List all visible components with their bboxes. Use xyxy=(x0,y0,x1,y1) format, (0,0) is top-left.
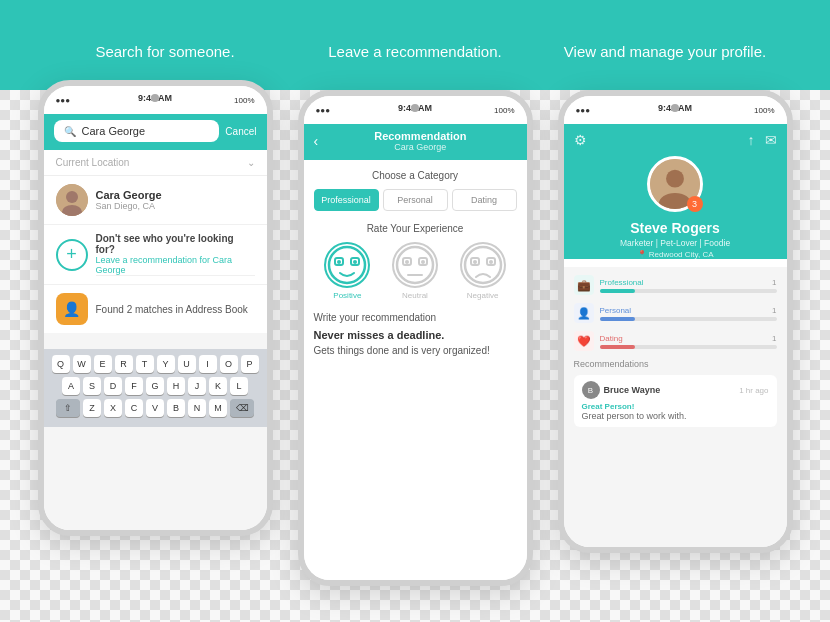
key-shift[interactable]: ⇧ xyxy=(56,399,80,417)
dating-bar-container: Dating 1 xyxy=(600,334,777,349)
emoji-positive-face xyxy=(324,242,370,288)
svg-point-8 xyxy=(397,247,433,283)
phone3-header: ⚙ ↑ ✉ 3 Steve xyxy=(564,124,787,259)
key-a[interactable]: A xyxy=(62,377,80,395)
mail-icon[interactable]: ✉ xyxy=(765,132,777,148)
emoji-neutral[interactable]: Neutral xyxy=(392,242,438,300)
key-i[interactable]: I xyxy=(199,355,217,373)
key-e[interactable]: E xyxy=(94,355,112,373)
key-n[interactable]: N xyxy=(188,399,206,417)
personal-bar-fill xyxy=(600,317,635,321)
professional-bar-container: Professional 1 xyxy=(600,278,777,293)
top-section: Search for someone. Leave a recommendati… xyxy=(0,0,830,90)
key-k[interactable]: K xyxy=(209,377,227,395)
key-g[interactable]: G xyxy=(146,377,164,395)
dating-text: Dating xyxy=(600,334,623,343)
key-v[interactable]: V xyxy=(146,399,164,417)
svg-point-12 xyxy=(405,260,409,264)
professional-icon: 💼 xyxy=(574,275,594,295)
emoji-rating-row: Positive xyxy=(314,242,517,300)
profile-badge: 3 xyxy=(687,196,703,212)
key-y[interactable]: Y xyxy=(157,355,175,373)
key-p[interactable]: P xyxy=(241,355,259,373)
professional-bar-bg xyxy=(600,289,777,293)
key-d[interactable]: D xyxy=(104,377,122,395)
search-icon: 🔍 xyxy=(64,126,76,137)
svg-point-1 xyxy=(66,191,78,203)
cat-btn-professional[interactable]: Professional xyxy=(314,189,379,211)
category-buttons: Professional Personal Dating xyxy=(314,189,517,211)
keyboard-row-3: ⇧ Z X C V B N M ⌫ xyxy=(48,399,263,417)
emoji-neutral-label: Neutral xyxy=(402,291,428,300)
search-result-cara[interactable]: Cara George San Diego, CA xyxy=(44,176,267,225)
stat-dating: ❤️ Dating 1 xyxy=(574,331,777,351)
location-text: Current Location xyxy=(56,157,130,168)
keyboard-row-2: A S D F G H J K L xyxy=(48,377,263,395)
profile-pic-container: 3 xyxy=(574,156,777,212)
key-c[interactable]: C xyxy=(125,399,143,417)
suggestion-link[interactable]: Leave a recommendation for Cara George xyxy=(96,255,255,275)
emoji-negative-label: Negative xyxy=(467,291,499,300)
phone1-signal: ●●● xyxy=(56,96,71,105)
write-rec-title: Write your recommendation xyxy=(314,312,517,323)
phone1-header: 🔍 Cara George Cancel xyxy=(44,114,267,150)
rec-body: Great person to work with. xyxy=(582,411,769,421)
recommendations-title: Recommendations xyxy=(574,359,777,369)
phone3-icons-row: ⚙ ↑ ✉ xyxy=(574,132,777,148)
main-container: Search for someone. Leave a recommendati… xyxy=(0,0,830,622)
label-search: Search for someone. xyxy=(40,43,290,60)
share-icon[interactable]: ↑ xyxy=(748,132,755,148)
key-backspace[interactable]: ⌫ xyxy=(230,399,254,417)
svg-point-6 xyxy=(337,260,341,264)
key-x[interactable]: X xyxy=(104,399,122,417)
personal-bar-bg xyxy=(600,317,777,321)
emoji-positive-label: Positive xyxy=(333,291,361,300)
search-bar[interactable]: 🔍 Cara George xyxy=(54,120,220,142)
settings-icon[interactable]: ⚙ xyxy=(574,132,587,148)
rec-avatar: B xyxy=(582,381,600,399)
key-q[interactable]: Q xyxy=(52,355,70,373)
suggestion-item[interactable]: + Don't see who you're looking for? Leav… xyxy=(44,225,267,285)
cat-btn-dating[interactable]: Dating xyxy=(452,189,517,211)
search-input-value[interactable]: Cara George xyxy=(82,125,210,137)
key-f[interactable]: F xyxy=(125,377,143,395)
key-z[interactable]: Z xyxy=(83,399,101,417)
key-u[interactable]: U xyxy=(178,355,196,373)
key-j[interactable]: J xyxy=(188,377,206,395)
rec-time: 1 hr ago xyxy=(739,386,768,395)
key-b[interactable]: B xyxy=(167,399,185,417)
back-button[interactable]: ‹ xyxy=(314,133,319,149)
svg-point-13 xyxy=(421,260,425,264)
label-profile: View and manage your profile. xyxy=(540,43,790,60)
key-o[interactable]: O xyxy=(220,355,238,373)
cancel-button[interactable]: Cancel xyxy=(225,126,256,137)
address-book-icon: 👤 xyxy=(56,293,88,325)
personal-text: Personal xyxy=(600,306,632,315)
dating-bar-bg xyxy=(600,345,777,349)
phone-recommendation: ●●● 9:41 AM 100% ‹ Recommendation Cara G… xyxy=(298,90,533,586)
cara-info: Cara George San Diego, CA xyxy=(96,189,255,211)
emoji-positive[interactable]: Positive xyxy=(324,242,370,300)
cat-btn-personal[interactable]: Personal xyxy=(383,189,448,211)
dating-bar-fill xyxy=(600,345,635,349)
address-book-item[interactable]: 👤 Found 2 matches in Address Book xyxy=(44,285,267,333)
key-w[interactable]: W xyxy=(73,355,91,373)
phones-area: ●●● 9:41 AM 100% 🔍 Cara George Cancel C xyxy=(0,80,830,586)
emoji-negative[interactable]: Negative xyxy=(460,242,506,300)
phone-search: ●●● 9:41 AM 100% 🔍 Cara George Cancel C xyxy=(38,80,273,536)
personal-label: Personal 1 xyxy=(600,306,777,315)
phone1-body: Current Location ⌄ Cara George San xyxy=(44,150,267,530)
location-bar[interactable]: Current Location ⌄ xyxy=(44,150,267,176)
key-t[interactable]: T xyxy=(136,355,154,373)
key-h[interactable]: H xyxy=(167,377,185,395)
key-l[interactable]: L xyxy=(230,377,248,395)
rate-title: Rate Your Experience xyxy=(314,223,517,234)
stat-personal: 👤 Personal 1 xyxy=(574,303,777,323)
key-r[interactable]: R xyxy=(115,355,133,373)
cara-location: San Diego, CA xyxy=(96,201,255,211)
phone2-header: ‹ Recommendation Cara George xyxy=(304,124,527,160)
rec-line2: Gets things done and is very organized! xyxy=(314,345,517,356)
dating-label: Dating 1 xyxy=(600,334,777,343)
key-m[interactable]: M xyxy=(209,399,227,417)
key-s[interactable]: S xyxy=(83,377,101,395)
